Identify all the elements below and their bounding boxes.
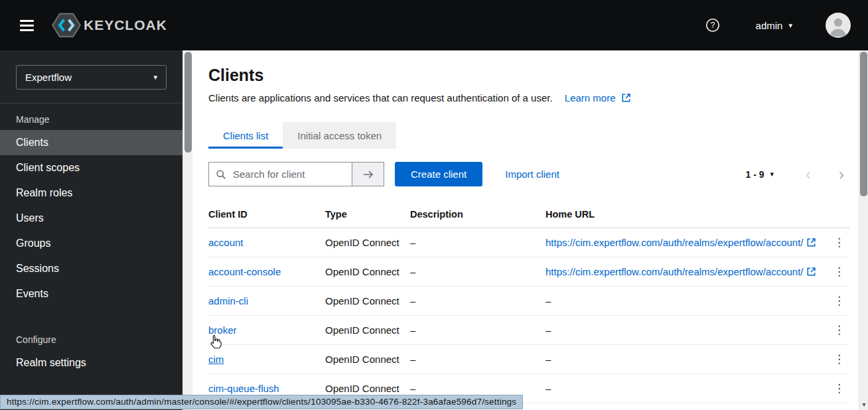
vertical-scrollbar[interactable]: ▾ <box>859 50 868 410</box>
sidebar-item-users[interactable]: Users <box>0 206 182 231</box>
home-url-link[interactable]: https://cim.expertflow.com/auth/realms/e… <box>545 237 816 248</box>
row-kebab-menu-button[interactable]: ⋮ <box>829 293 849 309</box>
client-type-cell: OpenID Connect <box>325 257 410 287</box>
client-description-cell: – <box>410 228 545 257</box>
client-id-link[interactable]: broker <box>208 324 237 336</box>
clients-table-head: Client ID Type Description Home URL <box>208 201 849 228</box>
client-id-cell: admin-cli <box>208 287 325 316</box>
client-home-url-cell: https://cim.expertflow.com/auth/realms/e… <box>545 257 823 287</box>
table-row: cim OpenID Connect – – ⋮ <box>208 345 849 374</box>
row-actions-cell: ⋮ <box>823 374 849 403</box>
row-kebab-menu-button[interactable]: ⋮ <box>829 351 849 368</box>
client-home-url-cell: – <box>545 374 823 403</box>
pagination-next-button[interactable]: › <box>839 167 844 182</box>
col-header-description: Description <box>410 201 545 228</box>
hamburger-icon <box>20 20 34 22</box>
toolbar: Create client Import client 1 - 9 ▾ ‹ › <box>208 162 849 186</box>
col-header-home-url: Home URL <box>545 201 823 228</box>
row-actions-cell: ⋮ <box>823 316 849 345</box>
search-input[interactable] <box>232 168 345 180</box>
client-type-cell: OpenID Connect <box>325 228 410 257</box>
clients-table: Client ID Type Description Home URL acco… <box>208 201 849 410</box>
tabs: Clients list Initial access token <box>208 122 849 149</box>
table-row: account OpenID Connect – https://cim.exp… <box>208 228 849 257</box>
client-id-link[interactable]: cim-queue-flush <box>208 383 279 394</box>
realm-selector-dropdown[interactable]: Expertflow ▾ <box>16 65 167 90</box>
client-home-url-cell: https://cim.expertflow.com/auth/realms/e… <box>545 228 823 257</box>
client-id-link[interactable]: account-console <box>208 266 281 277</box>
learn-more-link[interactable]: Learn more <box>565 92 630 103</box>
section-title-manage: Manage <box>0 103 182 130</box>
sidebar-item-client-scopes[interactable]: Client scopes <box>0 155 182 180</box>
row-kebab-menu-button[interactable]: ⋮ <box>829 263 849 280</box>
home-url-empty: – <box>545 324 551 336</box>
sidebar-item-realm-settings[interactable]: Realm settings <box>0 350 182 376</box>
vertical-scrollbar-thumb[interactable] <box>860 52 867 196</box>
row-kebab-menu-button[interactable]: ⋮ <box>829 322 849 338</box>
caret-down-icon: ▾ <box>153 74 157 81</box>
scrollbar-down-arrow-icon[interactable]: ▾ <box>859 401 868 408</box>
search-submit-button[interactable] <box>352 162 384 186</box>
username-label: admin <box>756 20 783 31</box>
home-url-empty: – <box>545 295 551 307</box>
client-id-cell: account <box>208 228 325 257</box>
sidebar-section-configure: Configure Realm settings <box>0 324 182 376</box>
home-url-empty: – <box>545 383 551 394</box>
row-actions-cell: ⋮ <box>823 345 849 374</box>
manage-nav-list: Clients Client scopes Realm roles Users … <box>0 130 182 307</box>
import-client-link[interactable]: Import client <box>505 169 559 180</box>
page-body: Expertflow ▾ Manage Clients Client scope… <box>0 50 868 410</box>
search-box <box>208 162 352 186</box>
sidebar-scrollbar[interactable] <box>182 50 192 410</box>
client-id-cell: broker <box>208 316 325 345</box>
create-client-button[interactable]: Create client <box>395 162 482 186</box>
pagination-caret-icon[interactable]: ▾ <box>770 171 774 178</box>
masthead-right: ? admin ▾ <box>705 13 851 38</box>
client-description-cell: – <box>410 316 545 345</box>
client-id-link[interactable]: admin-cli <box>208 295 248 307</box>
client-id-cell: cim <box>208 345 325 374</box>
user-menu-button[interactable]: admin ▾ <box>752 19 796 32</box>
sidebar-item-clients[interactable]: Clients <box>0 130 182 155</box>
page-subtitle: Clients are applications and services th… <box>208 92 553 103</box>
col-header-client-id: Client ID <box>208 201 325 228</box>
row-actions-cell: ⋮ <box>823 287 849 316</box>
pagination-prev-button[interactable]: ‹ <box>806 167 811 182</box>
sidebar-scrollbar-thumb[interactable] <box>184 52 192 153</box>
avatar-icon <box>826 13 851 38</box>
section-title-configure: Configure <box>0 324 182 350</box>
client-description-cell: – <box>410 257 545 287</box>
client-id-link[interactable]: account <box>208 237 244 248</box>
pagination: 1 - 9 ▾ ‹ › <box>745 167 849 182</box>
sidebar-item-groups[interactable]: Groups <box>0 231 182 256</box>
sidebar: Expertflow ▾ Manage Clients Client scope… <box>0 50 182 410</box>
table-row: account-console OpenID Connect – https:/… <box>208 257 849 287</box>
row-actions-cell: ⋮ <box>823 257 849 287</box>
client-type-cell: OpenID Connect <box>325 316 410 345</box>
row-kebab-menu-button[interactable]: ⋮ <box>829 380 849 397</box>
row-kebab-menu-button[interactable]: ⋮ <box>829 234 849 251</box>
client-id-link[interactable]: cim <box>208 354 224 365</box>
sidebar-item-realm-roles[interactable]: Realm roles <box>0 180 182 206</box>
avatar-button[interactable] <box>826 13 851 38</box>
sidebar-item-sessions[interactable]: Sessions <box>0 256 182 281</box>
masthead: KEYCLOAK ? admin ▾ <box>0 0 868 50</box>
main-content: Clients Clients are applications and ser… <box>192 50 859 410</box>
sidebar-item-events[interactable]: Events <box>0 281 182 307</box>
client-home-url-cell: http://devops242.ef.com/grafana <box>545 403 823 410</box>
nav-toggle-button[interactable] <box>17 16 36 35</box>
page-subtitle-row: Clients are applications and services th… <box>208 92 849 105</box>
pagination-range[interactable]: 1 - 9 <box>745 169 764 180</box>
home-url-link[interactable]: https://cim.expertflow.com/auth/realms/e… <box>545 266 816 277</box>
table-row: admin-cli OpenID Connect – – ⋮ <box>208 287 849 316</box>
external-link-icon <box>807 238 816 247</box>
col-header-type: Type <box>325 201 410 228</box>
help-button[interactable]: ? <box>705 18 720 33</box>
tab-initial-access-token[interactable]: Initial access token <box>283 122 396 149</box>
realm-name: Expertflow <box>25 72 72 83</box>
keycloak-brand: KEYCLOAK <box>51 12 167 38</box>
clients-table-body: account OpenID Connect – https://cim.exp… <box>208 228 849 410</box>
tab-clients-list[interactable]: Clients list <box>208 122 283 149</box>
keycloak-logo-icon <box>51 12 82 38</box>
svg-text:?: ? <box>710 21 715 30</box>
